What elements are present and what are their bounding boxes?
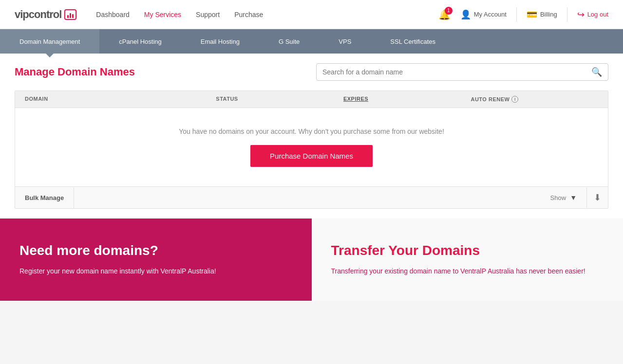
- domain-table: DOMAIN STATUS EXPIRES AUTO RENEW i You h…: [15, 91, 608, 209]
- header-right: 🔔 1 👤 My Account 💳 Billing ↪ Log out: [438, 7, 608, 22]
- info-icon[interactable]: i: [511, 96, 518, 103]
- divider: [516, 7, 517, 22]
- main-nav: Dashboard My Services Support Purchase: [96, 11, 263, 18]
- billing-button[interactable]: 💳 Billing: [527, 9, 557, 20]
- bar1: [67, 15, 69, 18]
- page-header: Manage Domain Names 🔍: [15, 63, 608, 81]
- col-auto-renew-label: AUTO RENEW: [471, 96, 510, 102]
- download-button[interactable]: ⬇: [586, 187, 608, 208]
- promo-right-description: Transferring your existing domain name t…: [331, 266, 604, 276]
- divider2: [567, 7, 567, 22]
- nav-purchase[interactable]: Purchase: [234, 11, 263, 18]
- nav-support[interactable]: Support: [196, 11, 220, 18]
- table-footer: Bulk Manage Show ▼ ⬇: [15, 186, 608, 208]
- subnav-domain-management[interactable]: Domain Management: [0, 29, 99, 54]
- sub-nav: Domain Management cPanel Hosting Email H…: [0, 29, 623, 54]
- purchase-domain-button[interactable]: Purchase Domain Names: [250, 145, 373, 167]
- promo-section: Need more domains? Register your new dom…: [0, 218, 623, 301]
- bar3: [72, 14, 74, 18]
- logo-control: control: [29, 8, 62, 20]
- promo-left-description: Register your new domain name instantly …: [19, 266, 292, 276]
- table-header: DOMAIN STATUS EXPIRES AUTO RENEW i: [15, 91, 608, 108]
- search-input[interactable]: [322, 68, 591, 76]
- subnav-cpanel-hosting[interactable]: cPanel Hosting: [99, 29, 181, 54]
- show-dropdown[interactable]: ▼: [570, 194, 577, 201]
- billing-label: Billing: [540, 11, 557, 18]
- bulk-manage-label: Bulk Manage: [15, 187, 74, 208]
- empty-state: You have no domains on your account. Why…: [15, 108, 608, 186]
- page-title: Manage Domain Names: [15, 66, 135, 78]
- subnav-ssl-certificates[interactable]: SSL Certificates: [371, 29, 455, 54]
- main-content: Manage Domain Names 🔍 DOMAIN STATUS EXPI…: [0, 54, 623, 218]
- logo[interactable]: vipcontrol: [15, 8, 76, 21]
- account-icon: 👤: [460, 9, 471, 20]
- notification-button[interactable]: 🔔 1: [438, 9, 451, 20]
- billing-icon: 💳: [527, 9, 537, 20]
- logo-bars: [67, 11, 74, 18]
- chevron-down-icon: ▼: [570, 194, 577, 201]
- search-box: 🔍: [316, 63, 608, 81]
- notification-badge: 1: [445, 7, 453, 15]
- header: vipcontrol Dashboard My Services Support…: [0, 0, 623, 29]
- promo-left: Need more domains? Register your new dom…: [0, 218, 312, 301]
- logo-text: vipcontrol: [15, 8, 61, 21]
- my-account-button[interactable]: 👤 My Account: [460, 9, 507, 20]
- nav-dashboard[interactable]: Dashboard: [96, 11, 130, 18]
- logo-vip: vip: [15, 8, 29, 20]
- promo-right-title: Transfer Your Domains: [331, 243, 604, 258]
- col-expires[interactable]: EXPIRES: [343, 96, 471, 103]
- bar2: [70, 13, 71, 18]
- search-icon[interactable]: 🔍: [591, 67, 602, 77]
- subnav-gsuite[interactable]: G Suite: [259, 29, 319, 54]
- col-auto-renew: AUTO RENEW i: [471, 96, 598, 103]
- promo-right: Transfer Your Domains Transferring your …: [312, 218, 623, 301]
- show-area: Show ▼: [541, 187, 586, 208]
- col-domain: DOMAIN: [25, 96, 216, 103]
- subnav-email-hosting[interactable]: Email Hosting: [181, 29, 259, 54]
- subnav-vps[interactable]: VPS: [319, 29, 371, 54]
- show-label: Show: [550, 194, 566, 201]
- nav-my-services[interactable]: My Services: [144, 11, 181, 18]
- logout-label: Log out: [587, 11, 608, 18]
- my-account-label: My Account: [474, 11, 507, 18]
- logout-icon: ↪: [577, 9, 585, 20]
- col-status: STATUS: [216, 96, 343, 103]
- empty-message: You have no domains on your account. Why…: [25, 127, 598, 135]
- logo-icon: [64, 9, 76, 20]
- logout-button[interactable]: ↪ Log out: [577, 9, 608, 20]
- promo-left-title: Need more domains?: [19, 243, 292, 258]
